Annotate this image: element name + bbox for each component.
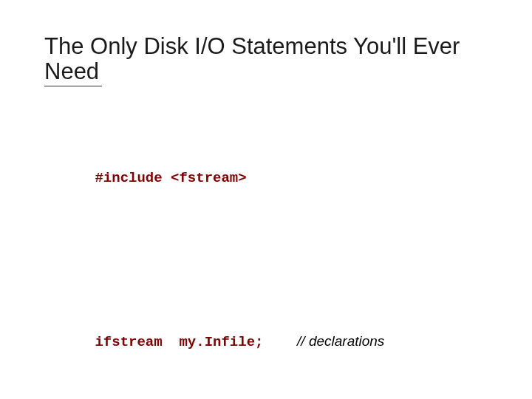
title-line-1: The Only Disk I/O Statements You'll Ever bbox=[44, 33, 460, 59]
slide-title: The Only Disk I/O Statements You'll Ever… bbox=[44, 34, 488, 84]
title-underline bbox=[44, 86, 102, 86]
include-line: #include <fstream> bbox=[95, 170, 246, 186]
decl-comment: // declarations bbox=[297, 333, 384, 349]
title-line-2: Need bbox=[44, 58, 99, 84]
code-block: #include <fstream> ifstream my.Infile; /… bbox=[44, 107, 488, 399]
decl-ifstream: ifstream my.Infile; bbox=[95, 334, 263, 350]
slide: The Only Disk I/O Statements You'll Ever… bbox=[0, 0, 532, 399]
